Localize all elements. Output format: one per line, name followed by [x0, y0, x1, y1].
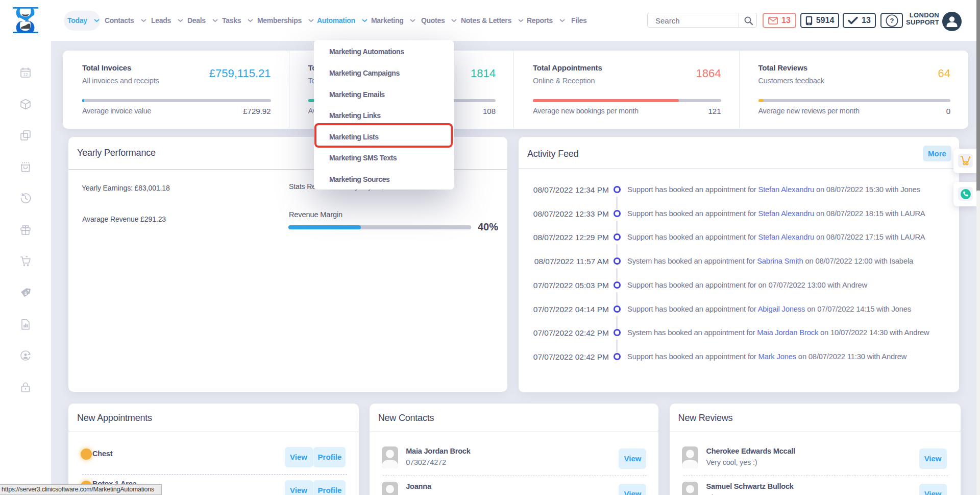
- svg-text:12: 12: [23, 72, 28, 77]
